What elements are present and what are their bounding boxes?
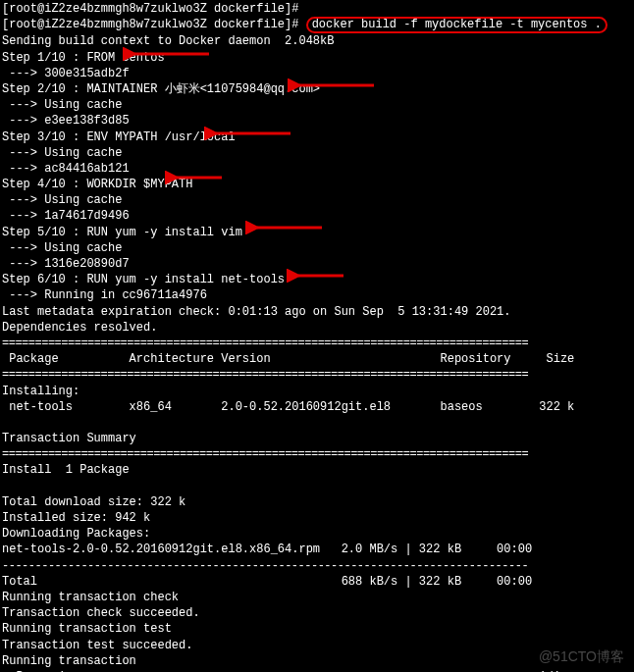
- step-2-hash: ---> e3ee138f3d85: [2, 113, 632, 129]
- running-transaction-check: Running transaction check: [2, 590, 632, 605]
- divider-eq-3: ========================================…: [2, 446, 622, 462]
- step-3: Step 3/10 : ENV MYPATH /usr/local: [2, 129, 632, 145]
- installing-label: Installing:: [2, 384, 632, 399]
- running-transaction: Running transaction: [2, 653, 632, 669]
- step-4-hash: ---> 1a74617d9496: [2, 208, 632, 224]
- total-dl-size: Total download size: 322 k: [2, 494, 632, 510]
- step-6: Step 6/10 : RUN yum -y install net-tools: [2, 272, 632, 287]
- step-4: Step 4/10 : WORKDIR $MYPATH: [2, 177, 632, 192]
- divider-dash-1: ----------------------------------------…: [2, 558, 622, 574]
- divider-eq-1: ========================================…: [2, 336, 622, 351]
- installed-size: Installed size: 942 k: [2, 510, 632, 526]
- transaction-summary: Transaction Summary: [2, 431, 632, 446]
- prompt-line-2[interactable]: [root@iZ2ze4bzmmgh8w7zuklwo3Z dockerfile…: [2, 17, 632, 33]
- prompt: [root@iZ2ze4bzmmgh8w7zuklwo3Z dockerfile…: [2, 2, 298, 16]
- prompt: [root@iZ2ze4bzmmgh8w7zuklwo3Z dockerfile…: [2, 18, 298, 31]
- rpm-line: net-tools-2.0-0.52.20160912git.el8.x86_6…: [2, 542, 632, 557]
- prompt-line-1: [root@iZ2ze4bzmmgh8w7zuklwo3Z dockerfile…: [2, 1, 632, 17]
- install-1-package: Install 1 Package: [2, 462, 632, 478]
- blank-2: [2, 479, 632, 494]
- step-2-cache: ---> Using cache: [2, 97, 632, 113]
- step-5: Step 5/10 : RUN yum -y install vim: [2, 225, 632, 240]
- transaction-test-succeeded: Transaction test succeeded.: [2, 638, 632, 653]
- step-6-running: ---> Running in cc96711a4976: [2, 287, 632, 303]
- watermark: @51CTO博客: [539, 647, 624, 666]
- build-command[interactable]: docker build -f mydockefile -t mycentos …: [306, 17, 608, 33]
- metadata-line: Last metadata expiration check: 0:01:13 …: [2, 304, 632, 320]
- table-header: Package Architecture Version Repository …: [2, 351, 632, 367]
- step-3-cache: ---> Using cache: [2, 145, 632, 161]
- step-3-hash: ---> ac84416ab121: [2, 161, 632, 177]
- divider-eq-2: ========================================…: [2, 367, 622, 383]
- total-line: Total 688 kB/s | 322 kB 00:00: [2, 574, 632, 590]
- step-2: Step 2/10 : MAINTAINER 小虾米<11075984@qq.c…: [2, 81, 632, 97]
- dl-packages: Downloading Packages:: [2, 526, 632, 542]
- step-5-cache: ---> Using cache: [2, 240, 632, 256]
- blank-1: [2, 415, 632, 431]
- deps-line: Dependencies resolved.: [2, 320, 632, 336]
- step-4-cache: ---> Using cache: [2, 192, 632, 208]
- transaction-check-succeeded: Transaction check succeeded.: [2, 605, 632, 621]
- pkg-row: net-tools x86_64 2.0-0.52.20160912git.el…: [2, 399, 632, 415]
- context-line: Sending build context to Docker daemon 2…: [2, 33, 632, 49]
- step-1-hash: ---> 300e315adb2f: [2, 66, 632, 81]
- step-1: Step 1/10 : FROM centos: [2, 50, 632, 66]
- running-transaction-test: Running transaction test: [2, 621, 632, 637]
- step-5-hash: ---> 1316e20890d7: [2, 256, 632, 272]
